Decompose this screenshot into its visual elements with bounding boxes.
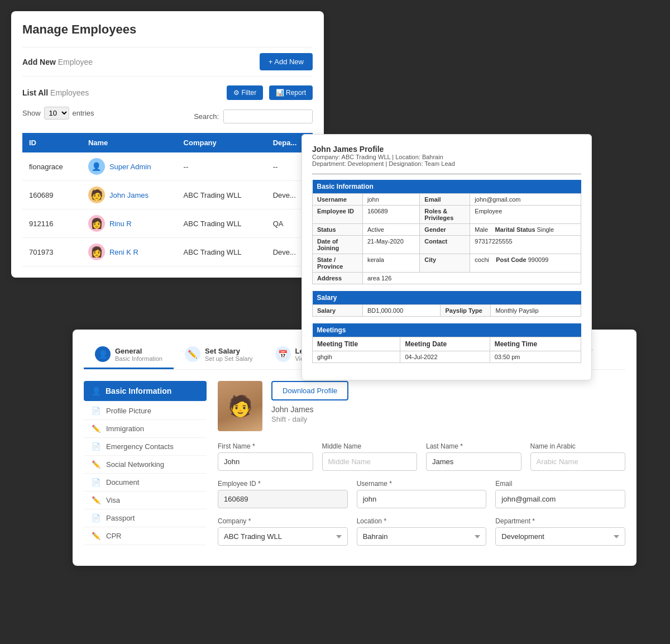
tab-general[interactable]: 👤 General Basic Information	[84, 341, 174, 369]
table-row: Status Active Gender Male Marital Status…	[313, 224, 581, 236]
download-profile-button[interactable]: Download Profile	[271, 381, 348, 400]
search-bar: Search:	[194, 109, 313, 123]
left-sidebar: 👤 Basic Information 📄 Profile Picture ✏️…	[84, 381, 207, 555]
sidebar-item-label: Social Networking	[106, 460, 164, 469]
employee-link[interactable]: 🧑 John James	[88, 187, 170, 203]
show-label: Show	[22, 109, 41, 117]
sidebar-item-immigration[interactable]: ✏️ Immigration	[84, 420, 207, 438]
department-select[interactable]: Development	[495, 527, 625, 546]
cell-name: 👩 Reni K R	[82, 238, 177, 266]
employee-profile-bar: 🧑 Download Profile John James Shift - da…	[218, 381, 625, 431]
employee-shift: Shift - daily	[271, 415, 625, 423]
add-new-label: Add New Employee	[22, 58, 93, 66]
employee-link[interactable]: 👩 Reni K R	[88, 244, 170, 260]
cell-name: 👤 Super Admin	[82, 152, 177, 181]
form-row-company-location-dept: Company * ABC Trading WLL Location * Bah…	[218, 517, 625, 546]
entries-select[interactable]: 10 25 50	[44, 107, 69, 120]
col-name: Name	[82, 133, 177, 152]
first-name-input[interactable]	[218, 452, 313, 471]
employee-id-input[interactable]	[218, 490, 348, 508]
employee-photo-inner: 🧑	[218, 381, 262, 431]
content-area: 👤 Basic Information 📄 Profile Picture ✏️…	[84, 381, 625, 555]
tab-general-title: General	[115, 347, 162, 355]
form-group-last-name: Last Name *	[426, 442, 521, 471]
tab-general-sub: Basic Information	[115, 355, 162, 362]
profile-divider	[312, 174, 581, 174]
add-new-button[interactable]: + Add New	[260, 53, 313, 70]
avatar: 🧑	[88, 187, 105, 203]
sidebar-item-profile-picture[interactable]: 📄 Profile Picture	[84, 402, 207, 420]
table-row: Username john Email john@gmail.com	[313, 194, 581, 206]
table-row: Address area 126	[313, 273, 581, 284]
table-row: Employee ID 160689 Roles & Privileges Em…	[313, 206, 581, 224]
search-label: Search:	[194, 112, 219, 121]
last-name-label: Last Name *	[426, 442, 521, 450]
filter-button[interactable]: ⚙ Filter	[227, 85, 263, 100]
cell-id: fionagrace	[22, 152, 82, 181]
person-icon: 👤	[92, 387, 101, 395]
list-bar: List All Employees ⚙ Filter 📊 Report	[22, 85, 313, 100]
cell-id: 160689	[22, 181, 82, 209]
sidebar-item-cpr[interactable]: ✏️ CPR	[84, 527, 207, 545]
edit-icon: ✏️	[92, 424, 100, 433]
employee-link[interactable]: 👩 Rinu R	[88, 215, 170, 232]
sidebar-basic-info-section[interactable]: 👤 Basic Information	[84, 381, 207, 401]
table-row: Salary BD1,000.000 Payslip Type Monthly …	[313, 305, 581, 317]
table-row: fionagrace 👤 Super Admin -- --	[22, 152, 313, 181]
arabic-name-input[interactable]	[530, 452, 626, 471]
sidebar-item-passport[interactable]: 📄 Passport	[84, 509, 207, 527]
form-group-employee-id: Employee ID *	[218, 480, 348, 508]
form-row-id-username-email: Employee ID * Username * Email	[218, 480, 625, 508]
search-input[interactable]	[223, 109, 313, 123]
show-bar: Show 10 25 50 entries	[22, 107, 94, 120]
profile-meta1: Company: ABC Trading WLL | Location: Bah…	[312, 154, 581, 160]
sidebar-section-label: Basic Information	[106, 387, 171, 395]
table-row: ghgih 04-Jul-2022 03:50 pm	[313, 351, 581, 363]
list-all-label: List All Employees	[22, 88, 89, 97]
sidebar-item-emergency-contacts[interactable]: 📄 Emergency Contacts	[84, 438, 207, 456]
tab-salary[interactable]: ✏️ Set Salary Set up Set Salary	[174, 341, 264, 369]
last-name-input[interactable]	[426, 452, 521, 471]
report-button[interactable]: 📊 Report	[269, 85, 313, 100]
cell-name: 🧑 John James	[82, 181, 177, 209]
employee-table: ID Name Company Depa... fionagrace 👤 Sup…	[22, 133, 313, 266]
table-header-row: ID Name Company Depa...	[22, 133, 313, 152]
table-row: 701973 👩 Reni K R ABC Trading WLL Deve..…	[22, 238, 313, 266]
col-company: Company	[177, 133, 266, 152]
sidebar-item-visa[interactable]: ✏️ Visa	[84, 492, 207, 509]
company-select[interactable]: ABC Trading WLL	[218, 527, 348, 546]
location-select[interactable]: Bahrain	[357, 527, 487, 546]
edit-icon: ✏️	[92, 496, 100, 504]
document-icon: 📄	[92, 478, 100, 486]
tab-salary-title: Set Salary	[205, 347, 253, 355]
cell-name: 👩 Rinu R	[82, 209, 177, 238]
table-row: 912116 👩 Rinu R ABC Trading WLL QA	[22, 209, 313, 238]
first-name-label: First Name *	[218, 442, 313, 450]
sidebar-item-label: Document	[106, 478, 139, 486]
cell-company: ABC Trading WLL	[177, 209, 266, 238]
employee-name: John James	[271, 405, 625, 414]
sidebar-item-social-networking[interactable]: ✏️ Social Networking	[84, 456, 207, 474]
sidebar-item-label: Passport	[106, 514, 135, 522]
main-form-content: 🧑 Download Profile John James Shift - da…	[218, 381, 625, 555]
page-title: Manage Employees	[22, 22, 313, 37]
form-group-location: Location * Bahrain	[357, 517, 487, 546]
col-meeting-title: Meeting Title	[313, 337, 400, 351]
col-meeting-date: Meeting Date	[400, 337, 490, 351]
form-group-first-name: First Name *	[218, 442, 313, 471]
employee-photo: 🧑	[218, 381, 262, 431]
profile-name: John James Profile	[312, 145, 581, 154]
employee-link[interactable]: 👤 Super Admin	[88, 158, 170, 175]
employee-id-label: Employee ID *	[218, 480, 348, 488]
table-header-row: Salary	[313, 291, 581, 305]
username-label: Username *	[357, 480, 487, 488]
sidebar-item-document[interactable]: 📄 Document	[84, 474, 207, 492]
middle-name-input[interactable]	[322, 452, 418, 471]
form-group-username: Username *	[357, 480, 487, 508]
document-icon: 📄	[92, 442, 100, 451]
profile-header: John James Profile Company: ABC Trading …	[312, 145, 581, 167]
email-input[interactable]	[495, 490, 625, 508]
username-input[interactable]	[357, 490, 487, 508]
employee-list-panel: Manage Employees Add New Employee + Add …	[11, 11, 324, 278]
table-header-row: Meetings	[313, 323, 581, 337]
